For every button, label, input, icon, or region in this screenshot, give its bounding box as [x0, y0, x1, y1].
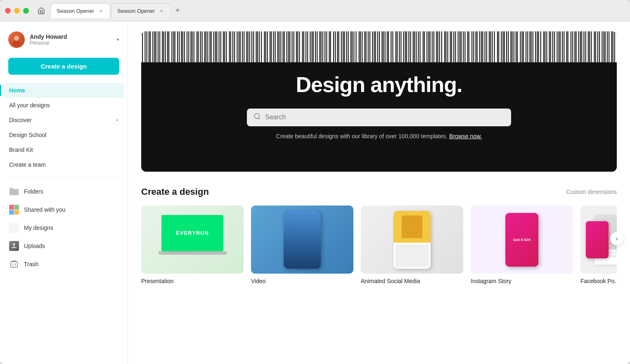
- svg-rect-220: [550, 31, 550, 62]
- svg-rect-199: [509, 31, 510, 62]
- svg-rect-34: [189, 31, 190, 62]
- svg-rect-35: [191, 31, 192, 62]
- presentation-label: Presentation: [141, 278, 244, 284]
- video-thumb: [251, 206, 353, 274]
- avatar: [8, 31, 25, 48]
- svg-rect-216: [541, 31, 543, 62]
- svg-rect-38: [197, 31, 198, 62]
- svg-rect-224: [558, 31, 559, 62]
- minimize-button[interactable]: [14, 8, 20, 14]
- my-designs-icon: [9, 223, 19, 233]
- sidebar-item-uploads[interactable]: Uploads: [3, 237, 124, 255]
- svg-rect-64: [247, 31, 248, 62]
- sidebar-item-home[interactable]: Home: [3, 83, 124, 98]
- discover-label: Discover: [9, 117, 31, 123]
- sidebar-item-all-designs[interactable]: All your designs: [3, 98, 124, 113]
- home-icon[interactable]: [35, 4, 48, 17]
- sidebar-item-design-school[interactable]: Design School: [3, 128, 124, 142]
- svg-rect-175: [462, 31, 463, 62]
- browse-now-link[interactable]: Browse now.: [449, 133, 482, 139]
- svg-rect-254: [615, 31, 617, 62]
- sidebar-item-my-designs[interactable]: My designs: [3, 219, 124, 237]
- svg-rect-21: [164, 31, 165, 62]
- tab-1[interactable]: Season Opener ✕: [50, 3, 110, 18]
- svg-line-256: [258, 118, 260, 119]
- custom-dimensions-button[interactable]: Custom dimensions: [566, 189, 617, 195]
- svg-rect-155: [424, 31, 424, 62]
- svg-rect-162: [437, 31, 437, 62]
- sidebar-item-trash[interactable]: Trash: [3, 255, 124, 273]
- svg-rect-181: [474, 31, 475, 62]
- svg-rect-86: [289, 31, 289, 62]
- svg-rect-68: [254, 31, 256, 62]
- design-cards-wrapper: EVERYRUN Presentation: [141, 206, 617, 284]
- svg-rect-166: [445, 31, 445, 62]
- svg-rect-81: [279, 31, 280, 62]
- svg-rect-147: [407, 31, 408, 62]
- svg-rect-249: [606, 31, 607, 62]
- svg-rect-103: [322, 31, 322, 62]
- profile-section[interactable]: Andy Howard Personal ▾: [0, 28, 128, 54]
- tab-1-close[interactable]: ✕: [97, 7, 104, 14]
- sidebar-item-brand-kit[interactable]: Brand Kit: [3, 142, 124, 157]
- svg-rect-186: [483, 31, 484, 62]
- create-design-button[interactable]: Create a design: [8, 58, 119, 75]
- svg-rect-136: [386, 31, 387, 62]
- svg-rect-4: [11, 262, 17, 267]
- design-card-video[interactable]: Video: [251, 206, 353, 284]
- sidebar-item-shared[interactable]: Shared with you: [3, 201, 124, 219]
- new-tab-button[interactable]: +: [172, 5, 183, 17]
- scroll-right-arrow[interactable]: ›: [610, 232, 623, 245]
- section-title: Create a design: [141, 187, 209, 197]
- svg-rect-78: [274, 31, 275, 62]
- hero-search-box[interactable]: [247, 109, 511, 126]
- svg-rect-99: [314, 31, 315, 62]
- svg-rect-212: [533, 31, 535, 62]
- svg-rect-202: [514, 31, 516, 62]
- svg-rect-217: [544, 31, 545, 62]
- titlebar: Season Opener ✕ Season Opener ✕ +: [0, 0, 630, 21]
- svg-rect-158: [429, 31, 429, 62]
- search-input[interactable]: [265, 113, 504, 121]
- tab-2-close[interactable]: ✕: [158, 7, 165, 14]
- svg-rect-225: [559, 31, 560, 62]
- svg-rect-63: [244, 31, 246, 62]
- close-button[interactable]: [5, 8, 11, 14]
- svg-rect-85: [287, 31, 288, 62]
- svg-rect-184: [480, 31, 481, 62]
- svg-rect-228: [564, 31, 566, 62]
- svg-rect-112: [339, 31, 341, 62]
- design-card-instagram[interactable]: Got it Girl: [471, 206, 573, 284]
- svg-rect-46: [212, 31, 213, 62]
- tab-2[interactable]: Season Opener ✕: [111, 3, 171, 18]
- svg-rect-241: [590, 31, 591, 62]
- svg-rect-31: [183, 31, 184, 62]
- uploads-icon: [9, 241, 19, 251]
- maximize-button[interactable]: [23, 8, 29, 14]
- svg-rect-52: [224, 31, 224, 62]
- svg-rect-73: [265, 31, 265, 62]
- sidebar-item-folders[interactable]: Folders: [3, 182, 124, 201]
- svg-rect-124: [362, 31, 364, 62]
- svg-rect-134: [382, 31, 383, 62]
- svg-rect-18: [159, 31, 159, 62]
- svg-rect-56: [231, 31, 232, 62]
- svg-rect-215: [539, 31, 540, 62]
- sidebar-nav: Home All your designs Discover ▾ Design …: [0, 83, 128, 172]
- svg-rect-235: [579, 31, 580, 62]
- svg-rect-28: [178, 31, 179, 62]
- design-card-social[interactable]: Animated Social Media: [361, 206, 463, 284]
- svg-rect-93: [303, 31, 303, 62]
- svg-rect-156: [425, 31, 426, 62]
- svg-rect-229: [567, 31, 568, 62]
- svg-rect-154: [421, 31, 423, 62]
- phone-insta-graphic: Got it Girl: [505, 213, 538, 267]
- svg-rect-207: [524, 31, 526, 62]
- svg-rect-211: [532, 31, 533, 62]
- svg-rect-100: [316, 31, 317, 62]
- sidebar-item-discover[interactable]: Discover ▾: [3, 113, 124, 128]
- sidebar-item-create-team[interactable]: Create a team: [3, 157, 124, 172]
- design-cards: EVERYRUN Presentation: [141, 206, 617, 284]
- svg-rect-48: [216, 31, 216, 62]
- design-card-presentation[interactable]: EVERYRUN Presentation: [141, 206, 244, 284]
